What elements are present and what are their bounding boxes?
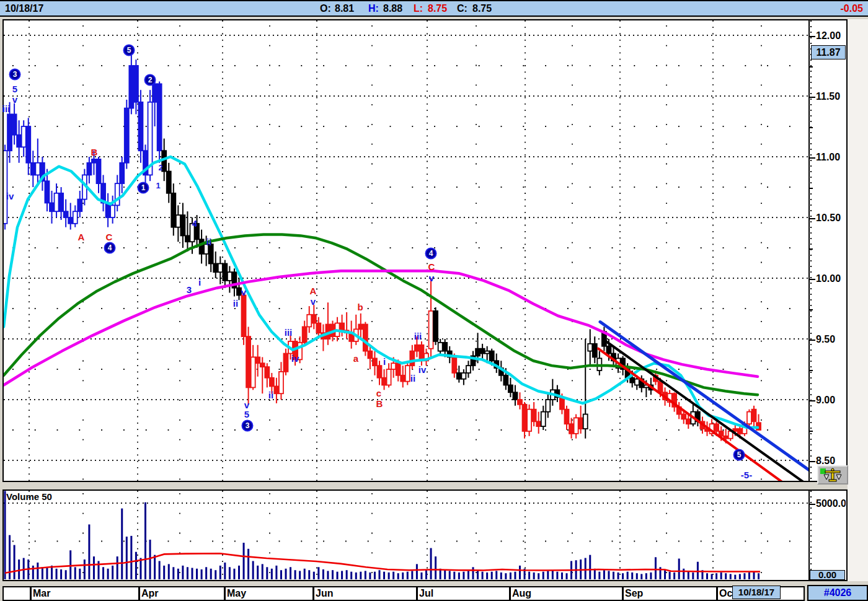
net-change: -0.05 <box>841 3 863 14</box>
candle-body <box>583 415 588 429</box>
candle-body <box>303 327 307 342</box>
volume-bar <box>505 573 507 579</box>
candle-body <box>532 410 536 422</box>
volume-bar <box>275 566 277 579</box>
candle-body <box>26 126 30 163</box>
volume-bar <box>397 573 399 579</box>
volume-bar <box>266 567 268 579</box>
candle-body <box>307 315 311 327</box>
volume-bar <box>673 572 675 579</box>
candle-body <box>503 375 508 385</box>
volume-axis[interactable]: 5000.00 0.00 <box>810 489 848 581</box>
quote-bar: 10/18/17 O: 8.81 H: 8.88 L: 8.75 C: 8.75… <box>0 0 868 17</box>
candle-body <box>536 421 541 426</box>
candle-body <box>55 193 59 211</box>
volume-bar <box>69 550 71 579</box>
volume-bar <box>14 545 16 579</box>
candle-body <box>358 324 363 329</box>
candle-body <box>7 114 12 151</box>
candle-body <box>518 400 522 405</box>
candle-body <box>190 224 195 242</box>
candle-body <box>316 323 321 333</box>
volume-bar <box>556 572 558 579</box>
month-label-sep: Sep <box>625 588 643 599</box>
price-axis-minor-tick <box>810 248 813 250</box>
candle-body <box>260 363 265 367</box>
volume-bar <box>542 572 544 579</box>
volume-bar <box>706 573 708 579</box>
volume-bar <box>60 569 62 579</box>
month-label-apr: Apr <box>141 588 159 599</box>
volume-bar <box>121 509 123 579</box>
volume-bar <box>743 573 745 579</box>
volume-bar <box>196 569 198 579</box>
volume-bar <box>715 573 717 579</box>
volume-bar <box>636 573 638 579</box>
candle-body <box>415 345 419 351</box>
candle-body <box>59 193 63 211</box>
volume-bar <box>126 537 128 579</box>
candle-body <box>569 424 574 434</box>
volume-bar <box>627 572 629 579</box>
candle-body <box>200 239 204 254</box>
candle-body <box>73 211 78 224</box>
volume-bar <box>430 548 432 579</box>
candle-body <box>410 351 414 366</box>
volume-bar <box>528 572 530 579</box>
volume-bar <box>313 572 315 579</box>
volume-bar <box>640 574 642 579</box>
candle-body <box>752 410 756 422</box>
expert-scales-button[interactable] <box>817 465 848 485</box>
volume-bar <box>697 562 699 579</box>
volume-bar <box>692 572 694 579</box>
volume-bar <box>510 572 512 579</box>
volume-bar <box>37 563 38 579</box>
volume-bar <box>383 572 385 579</box>
volume-bar <box>130 536 132 579</box>
volume-bar <box>56 569 58 579</box>
candle-body <box>391 363 396 369</box>
candle-body <box>724 436 728 439</box>
volume-bar <box>233 569 235 579</box>
volume-bar <box>294 570 296 579</box>
volume-bar <box>112 566 113 579</box>
candle-body <box>45 181 49 203</box>
candle-body <box>204 244 208 254</box>
volume-bar <box>365 571 366 579</box>
volume-bar <box>711 574 713 579</box>
month-label-jun: Jun <box>316 588 333 599</box>
volume-bar <box>374 572 376 579</box>
volume-bar <box>514 572 516 579</box>
candle-body <box>382 378 386 385</box>
volume-bar <box>79 569 81 579</box>
candle-body <box>578 418 583 429</box>
candle-body <box>120 163 124 183</box>
candle-body <box>4 151 7 224</box>
volume-bar <box>224 563 226 579</box>
volume-bar <box>322 569 324 579</box>
volume-pane[interactable]: Volume 50 <box>2 489 810 581</box>
volume-axis-zero-label: 0.00 <box>810 570 845 580</box>
volume-bar <box>177 569 179 579</box>
volume-bar <box>453 572 455 579</box>
price-axis[interactable]: 11.87 12.0011.5011.0010.5010.009.509.008… <box>810 19 848 482</box>
candle-body <box>476 349 480 356</box>
date-axis[interactable]: MarAprMayJunJulAugSepOct <box>2 586 805 601</box>
volume-bar <box>42 567 43 579</box>
price-chart-canvas <box>4 20 808 481</box>
price-chart-pane[interactable] <box>2 19 810 482</box>
volume-bar <box>210 569 212 579</box>
last-date-box: 10/18/17 <box>732 586 781 599</box>
volume-bar <box>533 572 535 579</box>
volume-bar <box>519 566 521 579</box>
month-tick-sep <box>622 587 624 600</box>
volume-bar <box>683 569 684 579</box>
volume-bar <box>182 566 184 579</box>
month-tick-apr <box>138 587 140 600</box>
volume-bar <box>734 575 736 579</box>
candle-body <box>92 159 96 163</box>
candle-body <box>97 159 101 183</box>
volume-bar <box>84 559 86 579</box>
price-axis-label: 11.00 <box>816 152 840 163</box>
volume-bar <box>753 572 755 579</box>
